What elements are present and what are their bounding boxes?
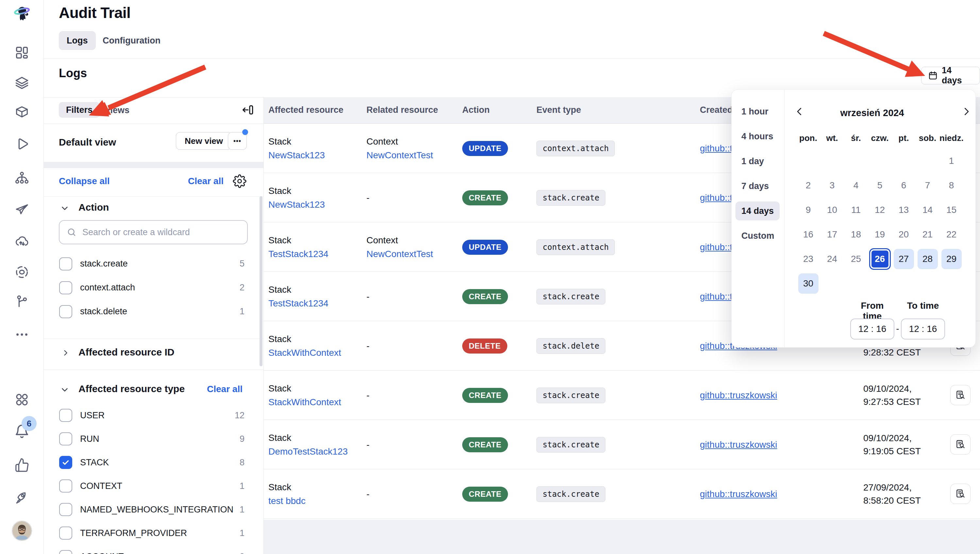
filter-option-row[interactable]: context.attach 2	[44, 276, 264, 299]
resources-icon[interactable]	[14, 170, 29, 185]
new-view-button[interactable]: New view	[176, 132, 232, 150]
chevron-down-icon[interactable]	[60, 385, 70, 395]
filter-option-row[interactable]: stack.create 5	[44, 252, 264, 276]
calendar-day[interactable]: 29	[942, 249, 962, 269]
tab-logs[interactable]: Logs	[59, 31, 96, 50]
checkbox[interactable]	[59, 503, 72, 516]
calendar-day[interactable]: 24	[822, 249, 842, 269]
checkbox[interactable]	[59, 527, 72, 540]
blueprints-icon[interactable]	[14, 104, 29, 119]
calendar-day[interactable]: 10	[822, 200, 842, 220]
prev-month-icon[interactable]	[794, 106, 805, 118]
section-resource-id-title[interactable]: Affected resource ID	[78, 347, 174, 358]
calendar-day[interactable]: 21	[918, 224, 938, 245]
checkbox[interactable]	[59, 305, 72, 318]
calendar-day[interactable]: 13	[894, 200, 914, 220]
calendar-day[interactable]: 15	[942, 200, 962, 220]
action-search-input[interactable]	[82, 227, 240, 238]
more-nav-icon[interactable]	[14, 327, 29, 342]
calendar-day[interactable]: 16	[798, 224, 819, 245]
quick-range-item[interactable]: Custom	[732, 223, 784, 248]
resource-link[interactable]: NewContextTest	[366, 150, 458, 161]
branch-icon[interactable]	[14, 294, 29, 309]
calendar-day[interactable]: 7	[918, 175, 938, 196]
calendar-day[interactable]: 14	[918, 200, 938, 220]
quick-range-label[interactable]: 1 day	[735, 152, 770, 171]
filter-option-row[interactable]: RUN 9	[44, 427, 264, 451]
to-time-input[interactable]: 12 : 16	[901, 318, 945, 339]
quick-range-item[interactable]: 1 day	[732, 149, 784, 174]
calendar-day[interactable]: 17	[822, 224, 842, 245]
calendar-day[interactable]: 28	[918, 249, 938, 269]
filter-option-row[interactable]: stack.delete 1	[44, 299, 264, 323]
resource-link[interactable]: NewStack123	[268, 150, 360, 161]
filter-option-row[interactable]: ACCOUNT 0	[44, 545, 264, 554]
runs-icon[interactable]	[14, 136, 29, 151]
calendar-day[interactable]: 25	[846, 249, 866, 269]
filter-settings-gear-icon[interactable]	[233, 174, 247, 188]
panel-tab-filters[interactable]: Filters	[59, 102, 100, 118]
calendar-day[interactable]: 22	[942, 224, 962, 245]
quick-range-label[interactable]: 1 hour	[735, 102, 775, 121]
dashboard-icon[interactable]	[14, 45, 29, 60]
launchpad-rocket-icon[interactable]	[14, 490, 29, 505]
filter-option-row[interactable]: TERRAFORM_PROVIDER 1	[44, 521, 264, 545]
resource-link[interactable]: DemoTestStack123	[268, 446, 360, 457]
resource-link[interactable]: StackWithContext	[268, 397, 360, 408]
checkbox[interactable]	[59, 456, 72, 469]
resource-link[interactable]: TestStack1234	[268, 298, 360, 309]
checkbox[interactable]	[59, 257, 72, 271]
date-range-button[interactable]: 14 days	[921, 67, 980, 84]
quick-range-item[interactable]: 1 hour	[732, 99, 784, 124]
stacks-icon[interactable]	[14, 75, 29, 90]
calendar-day[interactable]: 23	[798, 249, 819, 269]
resource-link[interactable]: NewStack123	[268, 199, 360, 210]
tab-configuration[interactable]: Configuration	[99, 31, 164, 50]
resource-link[interactable]: StackWithContext	[268, 348, 360, 358]
calendar-day[interactable]: 26	[869, 248, 891, 270]
panel-scrollbar[interactable]	[259, 196, 262, 366]
created-by-link[interactable]: github::truszkowski	[700, 489, 777, 499]
calendar-day[interactable]: 9	[798, 200, 819, 220]
checkbox[interactable]	[59, 550, 72, 554]
collapse-panel-icon[interactable]	[241, 103, 254, 116]
spacelift-logo[interactable]	[11, 5, 32, 26]
section-action-title[interactable]: Action	[78, 202, 109, 213]
action-search[interactable]	[59, 220, 248, 244]
cloud-sync-icon[interactable]	[14, 234, 29, 248]
collapse-all-link[interactable]: Collapse all	[59, 176, 110, 186]
resource-type-clear-all-link[interactable]: Clear all	[207, 384, 243, 395]
quick-range-label[interactable]: Custom	[735, 226, 780, 245]
panel-tab-views[interactable]: Views	[105, 105, 129, 115]
calendar-day[interactable]: 20	[894, 224, 914, 245]
feedback-thumbs-up-icon[interactable]	[14, 457, 29, 473]
quick-range-item[interactable]: 4 hours	[732, 124, 784, 149]
scan-icon[interactable]	[14, 264, 29, 280]
calendar-day[interactable]: 4	[846, 175, 866, 196]
calendar-day[interactable]: 3	[822, 175, 842, 196]
resource-link[interactable]: NewContextTest	[366, 249, 458, 259]
created-by-link[interactable]: github::truszkowski	[700, 439, 777, 450]
calendar-day[interactable]: 6	[894, 175, 914, 196]
view-log-details-button[interactable]	[950, 434, 970, 455]
chevron-right-icon[interactable]	[61, 348, 70, 357]
calendar-day[interactable]: 27	[894, 249, 914, 269]
chevron-down-icon[interactable]	[60, 204, 70, 213]
quick-range-item[interactable]: 14 days	[732, 199, 784, 223]
calendar-day[interactable]: 2	[798, 175, 819, 196]
checkbox[interactable]	[59, 281, 72, 295]
clear-all-link[interactable]: Clear all	[188, 176, 224, 186]
view-log-details-button[interactable]	[950, 385, 970, 405]
apps-icon[interactable]	[14, 392, 29, 407]
filter-option-row[interactable]: STACK 8	[44, 451, 264, 474]
checkbox[interactable]	[59, 479, 72, 492]
calendar-day[interactable]: 30	[798, 274, 819, 294]
calendar-day[interactable]: 5	[870, 175, 890, 196]
calendar-day[interactable]: 8	[942, 175, 962, 196]
calendar-day[interactable]: 11	[846, 200, 866, 220]
filter-option-row[interactable]: USER 12	[44, 404, 264, 427]
calendar-day[interactable]: 12	[870, 200, 890, 220]
filter-option-row[interactable]: CONTEXT 1	[44, 474, 264, 498]
quick-range-label[interactable]: 14 days	[735, 201, 780, 220]
from-time-input[interactable]: 12 : 16	[850, 318, 894, 339]
